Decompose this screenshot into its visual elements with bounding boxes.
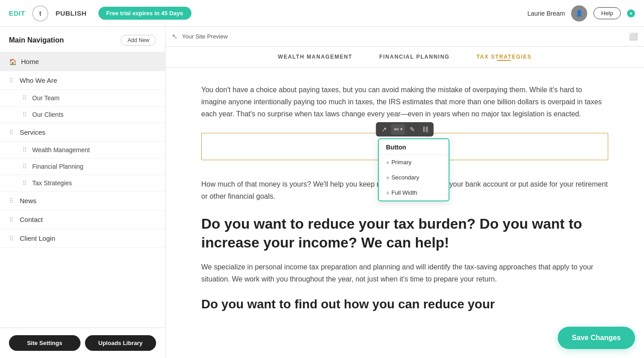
element-toolbar: ↗ ✏ ▾ ✎ ⛓ — [376, 122, 434, 136]
drag-handle-icon: ⠿ — [22, 94, 27, 102]
site-navigation: WEALTH MANAGEMENT FINANCIAL PLANNING TAX… — [165, 47, 644, 68]
nav-tax-strategies[interactable]: TAX STRATEGIES — [476, 54, 531, 60]
dropdown-header: Button — [379, 139, 449, 155]
dropdown-item-label: Primary — [391, 159, 411, 166]
drag-handle-icon: ⠿ — [22, 163, 27, 170]
nav-wealth-management[interactable]: WEALTH MANAGEMENT — [278, 54, 352, 60]
sidebar-item-label: News — [20, 197, 37, 205]
pencil-button[interactable]: ✎ — [407, 124, 418, 135]
drag-handle-icon: ⠿ — [22, 179, 27, 187]
sidebar-item-our-clients[interactable]: ⠿ Our Clients — [0, 107, 165, 123]
sidebar-item-label: Our Clients — [32, 111, 64, 118]
sidebar-item-wealth-management[interactable]: ⠿ Wealth Management — [0, 142, 165, 158]
topbar-right: Laurie Bream 👤 Help ● — [527, 5, 635, 21]
sidebar-item-who-we-are[interactable]: ⠿ Who We Are — [0, 71, 165, 90]
drag-handle-icon: ⠿ — [9, 235, 13, 242]
drag-handle-icon: ⠿ — [9, 216, 13, 223]
dropdown-item-full-width[interactable]: + Full Width — [379, 185, 449, 200]
drag-handle-icon: ⠿ — [22, 146, 27, 153]
article-paragraph-3: We specialize in personal income tax pre… — [201, 261, 608, 285]
article-paragraph-1: You don't have a choice about paying tax… — [201, 84, 608, 120]
sidebar: Main Navigation Add New 🏠 Home ⠿ Who We … — [0, 27, 165, 358]
active-underline — [497, 60, 511, 61]
article-heading-2: Do you want to find out how you can redu… — [201, 296, 608, 312]
logo: t — [32, 5, 48, 21]
nav-financial-planning[interactable]: FINANCIAL PLANNING — [379, 54, 449, 60]
sidebar-item-label: Our Team — [32, 94, 59, 102]
save-changes-button[interactable]: Save Changes — [558, 327, 635, 349]
sidebar-footer: Site Settings Uploads Library — [0, 328, 165, 358]
home-icon: 🏠 — [9, 58, 17, 65]
add-new-button[interactable]: Add New — [121, 35, 156, 46]
article-heading-1: Do you want to reduce your tax burden? D… — [201, 215, 608, 252]
expand-icon[interactable]: ⬜ — [629, 32, 638, 41]
avatar: 👤 — [571, 5, 587, 21]
sidebar-item-label: Client Login — [20, 234, 55, 242]
sidebar-item-label: Wealth Management — [32, 146, 90, 153]
content-area: ↖ Your Site Preview ⬜ WEALTH MANAGEMENT … — [165, 27, 644, 358]
dropdown-item-primary[interactable]: + Primary — [379, 155, 449, 170]
site-preview: WEALTH MANAGEMENT FINANCIAL PLANNING TAX… — [165, 47, 644, 358]
sidebar-item-label: Contact — [20, 216, 43, 223]
edit-label[interactable]: EDIT — [9, 9, 25, 17]
sidebar-item-label: Financial Planning — [32, 163, 83, 170]
preview-label: Your Site Preview — [182, 33, 228, 40]
preview-bar: ↖ Your Site Preview ⬜ — [165, 27, 644, 47]
sidebar-item-label: Home — [21, 58, 39, 65]
sidebar-item-news[interactable]: ⠿ News — [0, 192, 165, 210]
help-button[interactable]: Help — [593, 7, 621, 19]
main-layout: Main Navigation Add New 🏠 Home ⠿ Who We … — [0, 27, 644, 358]
username: Laurie Bream — [527, 10, 565, 17]
sidebar-item-label: Who We Are — [20, 77, 57, 84]
sidebar-item-label: Tax Strategies — [32, 179, 72, 187]
plus-icon: + — [386, 174, 390, 181]
plus-icon: + — [386, 159, 390, 166]
dropdown-item-label: Secondary — [391, 174, 419, 181]
sidebar-item-client-login[interactable]: ⠿ Client Login — [0, 229, 165, 248]
publish-label[interactable]: PUBLISH — [55, 9, 86, 17]
sidebar-item-tax-strategies[interactable]: ⠿ Tax Strategies — [0, 175, 165, 192]
sidebar-header: Main Navigation Add New — [0, 27, 165, 52]
sidebar-item-contact[interactable]: ⠿ Contact — [0, 210, 165, 229]
trial-badge: Free trial expires in 45 Days — [98, 7, 191, 20]
sidebar-item-financial-planning[interactable]: ⠿ Financial Planning — [0, 158, 165, 175]
article-body: You don't have a choice about paying tax… — [165, 68, 644, 326]
drag-handle-icon: ⠿ — [9, 129, 13, 136]
dropdown-item-label: Full Width — [391, 189, 417, 196]
notification-dot[interactable]: ● — [627, 9, 635, 17]
sidebar-item-services[interactable]: ⠿ Services — [0, 123, 165, 142]
sidebar-item-our-team[interactable]: ⠿ Our Team — [0, 90, 165, 107]
back-icon[interactable]: ↖ — [172, 32, 178, 41]
dropdown-menu: Button + Primary + Secondary + — [378, 138, 449, 201]
drag-handle-icon: ⠿ — [9, 77, 13, 84]
site-settings-button[interactable]: Site Settings — [9, 335, 80, 351]
logo-text: t — [39, 10, 42, 17]
topbar: EDIT t PUBLISH Free trial expires in 45 … — [0, 0, 644, 27]
external-link-button[interactable]: ↗ — [379, 124, 390, 135]
plus-icon: + — [386, 189, 390, 196]
sidebar-item-label: Services — [20, 128, 46, 136]
uploads-library-button[interactable]: Uploads Library — [85, 335, 157, 351]
link-button[interactable]: ⛓ — [419, 124, 431, 135]
sidebar-item-home[interactable]: 🏠 Home — [0, 52, 165, 71]
dropdown-item-secondary[interactable]: + Secondary — [379, 170, 449, 185]
sidebar-title: Main Navigation — [9, 36, 64, 44]
drag-handle-icon: ⠿ — [22, 111, 27, 118]
drag-handle-icon: ⠿ — [9, 197, 13, 205]
site-content: WEALTH MANAGEMENT FINANCIAL PLANNING TAX… — [165, 47, 644, 358]
edit-button[interactable]: ✏ ▾ — [391, 124, 405, 135]
